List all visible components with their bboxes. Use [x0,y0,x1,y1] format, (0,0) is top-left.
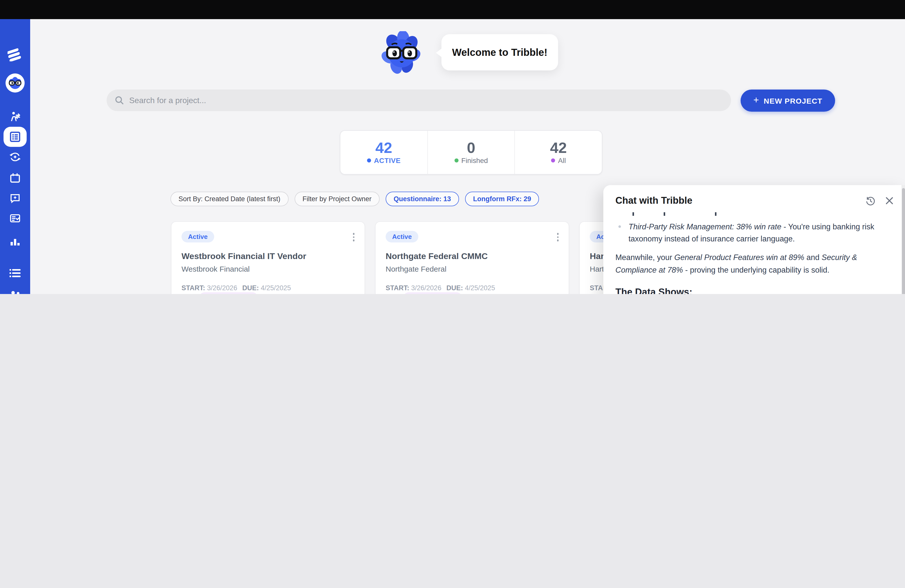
person-transfer-icon [9,111,21,123]
longform-rfx-chip[interactable]: Longform RFx: 29 [465,192,539,206]
project-card[interactable]: ActiveNorthgate Federal CMMCNorthgate Fe… [375,221,569,294]
filter-owner-chip[interactable]: Filter by Project Owner [294,192,379,206]
sidebar-item-content-library[interactable] [0,268,30,279]
project-company: Northgate Federal [386,265,559,273]
project-card[interactable]: ActiveWestbrook Financial IT VendorWestb… [171,221,365,294]
project-dates: START: 3/26/2026DUE: 4/25/2025 [386,284,559,292]
questionnaire-chip[interactable]: Questionnaire: 13 [386,192,459,206]
stat-all-value: 42 [550,140,567,156]
chat-paragraph: Meanwhile, your General Product Features… [615,252,891,276]
sidebar-item-review-tasks[interactable] [0,212,30,224]
list-lines-icon [9,268,21,279]
project-stats-card: 42 ACTIVE 0 Finished 42 All [340,130,602,175]
project-company: Westbrook Financial [181,265,354,273]
blue-dot [367,159,371,162]
app-root: ? TK [0,0,905,294]
welcome-title: Welcome to Tribble! [452,46,547,58]
sidebar-item-projects-selected[interactable] [0,127,30,147]
projects-list-icon [9,131,21,143]
project-title: Westbrook Financial IT Vendor [181,251,354,262]
logo-slashes-icon [8,48,23,61]
calendar-icon [9,172,21,184]
tribble-logo-icon[interactable] [0,48,30,61]
status-badge: Active [181,231,214,242]
card-footer: In Review • 0% [181,292,258,294]
sidebar: ? TK [0,19,30,294]
chat-section-heading: The Data Shows: [615,284,891,294]
sidebar-item-agent-transfer[interactable] [0,111,30,123]
stat-finished[interactable]: 0 Finished [427,131,514,174]
table-grid-icon [181,294,192,294]
chat-message-body: Third-Party Risk Management: 38% win rat… [603,210,905,294]
chat-panel: Chat with Tribble Third-Party Risk Manag… [603,185,905,294]
stat-all-label: All [551,156,566,164]
people-icon [8,289,22,294]
checklist-card-icon [9,212,21,224]
chat-title: Chat with Tribble [615,195,865,206]
tribble-mascot [381,31,422,76]
search-placeholder: Search for a project... [129,96,206,105]
status-badge: Active [386,231,418,242]
project-dates: START: 3/26/2026DUE: 4/25/2025 [181,284,354,292]
stat-active-value: 42 [375,140,392,156]
search-input[interactable]: Search for a project... [106,89,731,111]
plus-icon: + [753,95,759,106]
mascot-avatar-icon [6,73,25,92]
chat-bullet-item: Third-Party Risk Management: 38% win rat… [615,221,891,245]
chat-scrollbar[interactable] [902,185,905,294]
sidebar-item-analytics[interactable] [0,237,30,248]
review-progress-pill: In Review • 0% [198,292,258,294]
stat-active-label: ACTIVE [367,156,401,164]
welcome-bubble: Welcome to Tribble! [441,34,558,70]
new-project-label: NEW PROJECT [764,96,822,105]
sync-sparkle-icon [9,151,21,163]
bar-chart-icon [10,237,21,248]
new-project-button[interactable]: + NEW PROJECT [741,89,835,112]
purple-dot [551,159,555,162]
sidebar-item-sync[interactable] [0,151,30,163]
chat-history-icon[interactable] [865,195,876,206]
sidebar-item-calendar[interactable] [0,172,30,184]
stat-finished-value: 0 [467,140,475,156]
sidebar-item-team[interactable] [0,289,30,294]
chat-header: Chat with Tribble [603,185,905,210]
bullet-dot [618,225,621,228]
clipped-scrolled-text [629,212,891,216]
table-grid-icon [386,294,396,294]
card-menu-kebab-icon[interactable] [351,231,356,243]
card-footer: In Review • 0% [386,292,462,294]
chat-scrollbar-thumb[interactable] [902,188,905,294]
projects-selected-pill [3,127,27,147]
green-dot [454,159,458,162]
review-progress-pill: In Review • 0% [403,292,462,294]
card-menu-kebab-icon[interactable] [555,231,560,243]
stat-active[interactable]: 42 ACTIVE [340,131,427,174]
stat-all[interactable]: 42 All [514,131,602,174]
sort-by-chip[interactable]: Sort By: Created Date (latest first) [170,192,288,206]
stat-finished-label: Finished [454,156,488,164]
sidebar-item-ai-chat[interactable] [0,192,30,204]
search-icon [114,95,124,105]
filter-chips-row: Sort By: Created Date (latest first) Fil… [170,192,539,206]
chat-close-icon[interactable] [885,196,894,205]
project-title: Northgate Federal CMMC [386,251,559,262]
sidebar-item-assistant-avatar[interactable] [0,73,30,92]
top-black-bar [0,0,905,19]
table-grid-icon [590,294,600,294]
chat-sparkle-icon [9,192,21,204]
